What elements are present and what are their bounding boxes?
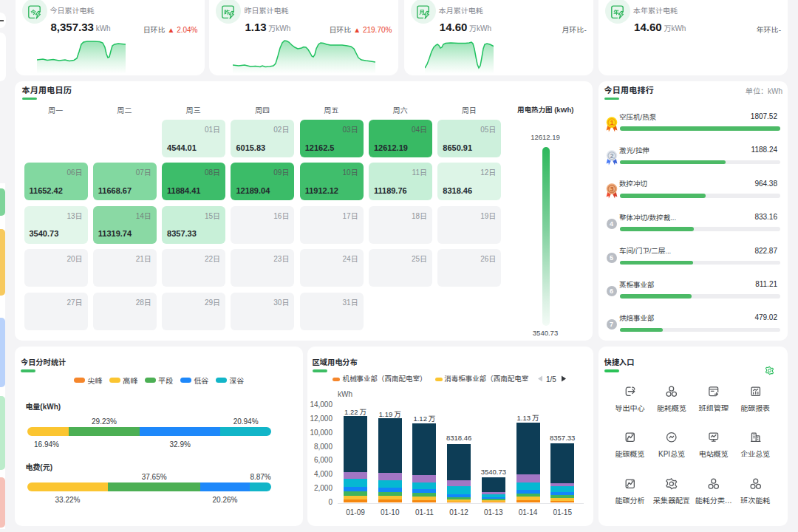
svg-text:3: 3	[610, 185, 613, 193]
svg-text:1: 1	[610, 118, 613, 126]
svg-text:2: 2	[610, 152, 613, 160]
